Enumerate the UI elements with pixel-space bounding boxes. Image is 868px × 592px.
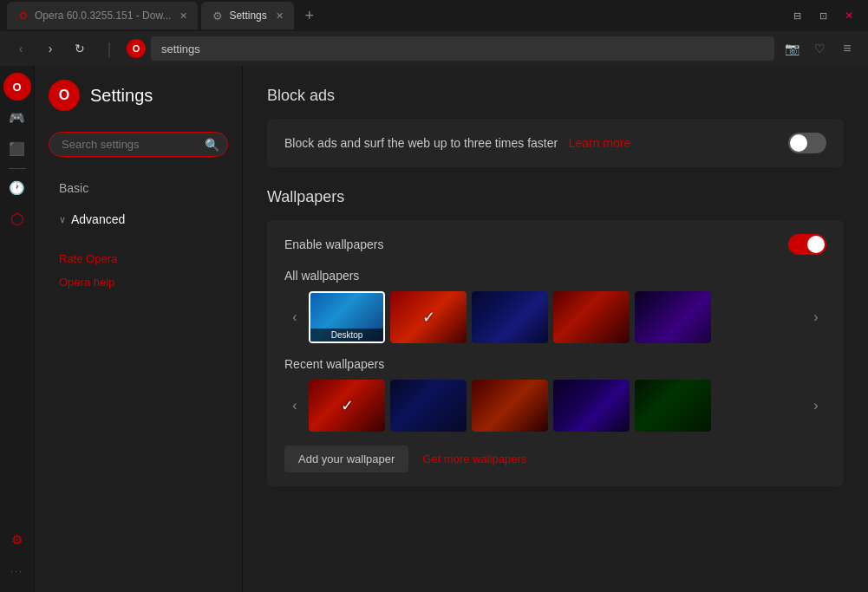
nav-right-icons: 📷 ♡ ≡ (780, 36, 859, 61)
sidebar-settings-icon[interactable]: ⚙ (3, 526, 31, 554)
wallpaper-purple1-inner (635, 291, 711, 343)
learn-more-link[interactable]: Learn more (569, 136, 631, 150)
address-bar[interactable] (151, 36, 774, 61)
wallpapers-card: Enable wallpapers All wallpapers ‹ Deskt… (267, 220, 844, 486)
wallpaper-blue1[interactable] (472, 291, 548, 343)
wallpapers-title: Wallpapers (267, 188, 844, 206)
wallpaper-recent1-check: ✓ (341, 396, 354, 415)
wallpaper-recent1[interactable]: ✓ (309, 380, 385, 432)
camera-icon[interactable]: 📷 (780, 36, 804, 61)
wallpaper-recent2-inner (390, 380, 467, 432)
block-ads-toggle-knob (790, 134, 807, 152)
all-wallpapers-title: All wallpapers (284, 269, 826, 283)
tab-opera[interactable]: O Opera 60.0.3255.151 - Dow... ✕ (7, 2, 198, 29)
wallpaper-blue1-inner (472, 291, 548, 343)
opera-logo: O (127, 39, 146, 58)
block-ads-text-wrapper: Block ads and surf the web up to three t… (284, 135, 630, 151)
nav-divider: | (97, 36, 121, 61)
recent-wallpapers-prev[interactable]: ‹ (284, 380, 305, 432)
wallpaper-red2-inner (553, 291, 630, 343)
wallpaper-desktop-inner: Desktop (309, 291, 385, 343)
reload-button[interactable]: ↻ (68, 36, 92, 61)
sidebar-twitch-icon[interactable]: ⬛ (3, 135, 31, 163)
content-area: Block ads Block ads and surf the web up … (243, 66, 868, 592)
sidebar-links: Rate Opera Opera help (49, 250, 228, 290)
enable-wallpapers-toggle[interactable] (788, 234, 826, 255)
enable-wallpapers-label: Enable wallpapers (284, 237, 383, 251)
block-ads-row: Block ads and surf the web up to three t… (284, 133, 826, 153)
all-wallpapers-next[interactable]: › (806, 291, 826, 343)
main-layout: O 🎮 ⬛ 🕐 ⬡ ⚙ ··· O Settings 🔍 Basic ∨ Adv… (0, 66, 868, 592)
title-bar: O Opera 60.0.3255.151 - Dow... ✕ ⚙ Setti… (0, 0, 868, 31)
all-wallpapers-prev[interactable]: ‹ (284, 291, 305, 343)
tab-settings[interactable]: ⚙ Settings ✕ (201, 2, 293, 29)
settings-nav: Basic ∨ Advanced (49, 174, 228, 233)
recent-wallpapers-title: Recent wallpapers (284, 357, 826, 371)
recent-wallpapers-carousel: ‹ ✓ (284, 380, 826, 432)
forward-button[interactable]: › (38, 36, 62, 61)
sidebar-item-advanced-label: Advanced (71, 212, 125, 226)
wallpaper-purple1[interactable] (635, 291, 711, 343)
recent-wallpapers-next[interactable]: › (806, 380, 826, 432)
sidebar-history-icon[interactable]: 🕐 (3, 174, 31, 202)
minimize-button[interactable]: ⊟ (785, 3, 809, 28)
sidebar-divider-1 (9, 168, 26, 169)
opera-tab-favicon: O (17, 10, 29, 22)
settings-tab-favicon: ⚙ (212, 10, 224, 22)
enable-wallpapers-row: Enable wallpapers (284, 234, 826, 255)
wallpaper-red2[interactable] (553, 291, 630, 343)
settings-search-input[interactable] (49, 132, 228, 157)
add-wallpaper-button[interactable]: Add your wallpaper (284, 446, 408, 472)
restore-button[interactable]: ⊡ (811, 3, 835, 28)
wallpaper-desktop[interactable]: Desktop (309, 291, 385, 343)
enable-wallpapers-knob (807, 236, 825, 253)
search-icon: 🔍 (205, 138, 219, 152)
wallpaper-recent3-inner (472, 380, 548, 432)
sidebar-extensions-icon[interactable]: ⬡ (3, 205, 31, 233)
settings-logo: O (49, 80, 80, 111)
sidebar-gaming-icon[interactable]: 🎮 (3, 104, 31, 132)
tab-bar: O Opera 60.0.3255.151 - Dow... ✕ ⚙ Setti… (7, 2, 322, 29)
nav-menu-icon[interactable]: ≡ (835, 36, 859, 61)
wallpaper-recent1-inner: ✓ (309, 380, 385, 432)
wallpaper-recent4-inner (553, 380, 630, 432)
tab-opera-close[interactable]: ✕ (179, 10, 187, 22)
back-button[interactable]: ‹ (9, 36, 33, 61)
block-ads-card: Block ads and surf the web up to three t… (267, 119, 844, 167)
tab-settings-close[interactable]: ✕ (276, 10, 284, 22)
opera-help-link[interactable]: Opera help (49, 274, 228, 290)
tab-opera-label: Opera 60.0.3255.151 - Dow... (35, 10, 171, 22)
opera-sidebar: O 🎮 ⬛ 🕐 ⬡ ⚙ ··· (0, 66, 35, 592)
wallpaper-red1-inner: ✓ (390, 291, 467, 343)
settings-title: Settings (90, 86, 153, 106)
all-wallpapers-carousel: ‹ Desktop ✓ (284, 291, 826, 343)
wallpaper-recent3[interactable] (472, 380, 548, 432)
wallpaper-red1-check: ✓ (422, 308, 435, 327)
block-ads-toggle[interactable] (788, 133, 826, 153)
recent-wallpapers-items: ✓ (309, 380, 802, 432)
wallpaper-red1[interactable]: ✓ (390, 291, 467, 343)
wallpaper-recent4[interactable] (553, 380, 630, 432)
settings-sidebar: O Settings 🔍 Basic ∨ Advanced Rate Opera… (35, 66, 243, 592)
new-tab-button[interactable]: + (297, 3, 322, 28)
sidebar-more-icon[interactable]: ··· (3, 557, 31, 585)
close-button[interactable]: ✕ (837, 3, 861, 28)
wallpaper-recent5[interactable] (635, 380, 711, 432)
wallpaper-actions: Add your wallpaper Get more wallpapers (284, 446, 826, 472)
wallpaper-desktop-label: Desktop (310, 329, 383, 342)
sidebar-item-basic[interactable]: Basic (49, 174, 228, 202)
wallpaper-recent5-inner (635, 380, 711, 432)
wallpaper-recent2[interactable] (390, 380, 467, 432)
settings-header: O Settings (49, 80, 228, 111)
advanced-chevron: ∨ (59, 214, 66, 225)
heart-icon[interactable]: ♡ (807, 36, 832, 61)
search-wrapper: 🔍 (49, 132, 228, 157)
get-more-wallpapers-button[interactable]: Get more wallpapers (422, 452, 526, 465)
sidebar-opera-icon[interactable]: O (3, 73, 31, 101)
tab-settings-label: Settings (229, 10, 266, 22)
navigation-bar: ‹ › ↻ | O 📷 ♡ ≡ (0, 31, 868, 66)
rate-opera-link[interactable]: Rate Opera (49, 250, 228, 267)
all-wallpapers-items: Desktop ✓ (309, 291, 802, 343)
block-ads-title: Block ads (267, 87, 844, 105)
sidebar-item-advanced[interactable]: ∨ Advanced (49, 205, 228, 233)
